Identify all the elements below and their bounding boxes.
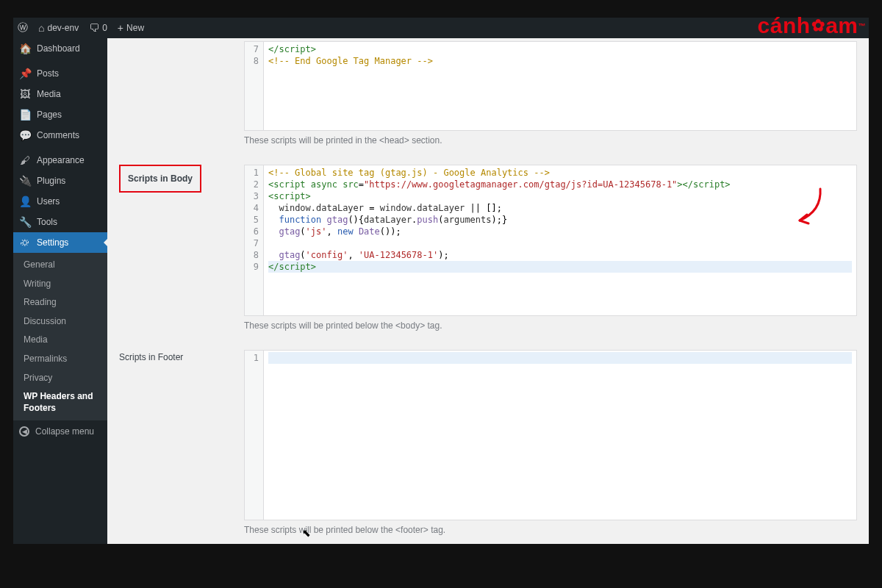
media-icon: 🖼: [19, 88, 31, 100]
submenu-general[interactable]: General: [13, 256, 107, 275]
submenu-reading[interactable]: Reading: [13, 293, 107, 312]
page-icon: 📄: [19, 109, 31, 121]
scripts-in-footer-label: Scripts in Footer: [119, 349, 183, 362]
sidebar-item-appearance[interactable]: 🖌 Appearance: [13, 150, 107, 171]
admin-bar: ⓦ ⌂ dev-env 🗨 0 + New: [13, 18, 869, 38]
home-icon: ⌂: [38, 22, 44, 34]
brand-logo: cánh✿am™: [758, 13, 866, 38]
body-code-editor[interactable]: 123456789 <!-- Global site tag (gtag.js)…: [244, 165, 857, 316]
new-label: New: [126, 23, 144, 33]
sidebar-item-pages[interactable]: 📄 Pages: [13, 104, 107, 125]
flower-icon: ✿: [811, 16, 825, 35]
sidebar-item-dashboard[interactable]: 🏠 Dashboard: [13, 38, 107, 59]
pin-icon: 📌: [19, 68, 31, 79]
submenu-privacy[interactable]: Privacy: [13, 369, 107, 388]
body-help-text: These scripts will be printed below the …: [244, 316, 857, 341]
sidebar-item-comments[interactable]: 💬 Comments: [13, 125, 107, 146]
footer-code-editor[interactable]: 1: [244, 350, 857, 520]
head-help-text: These scripts will be printed in the <he…: [244, 131, 857, 156]
settings-submenu: General Writing Reading Discussion Media…: [13, 253, 107, 420]
brush-icon: 🖌: [19, 154, 31, 166]
main-content: 78 </script><!-- End Google Tag Manager …: [107, 38, 869, 544]
collapse-icon: ◀: [19, 426, 29, 437]
comments-count: 0: [102, 23, 107, 33]
user-icon: 👤: [19, 196, 31, 207]
sidebar-item-tools[interactable]: 🔧 Tools: [13, 212, 107, 232]
wrench-icon: 🔧: [19, 216, 31, 228]
collapse-menu[interactable]: ◀ Collapse menu: [13, 420, 107, 442]
scripts-in-body-label: Scripts in Body: [119, 165, 201, 193]
sidebar-item-settings[interactable]: ⛮ Settings: [13, 232, 107, 253]
cursor-icon: ⬉: [302, 527, 311, 539]
submenu-discussion[interactable]: Discussion: [13, 312, 107, 331]
site-name: dev-env: [47, 23, 79, 33]
site-link[interactable]: ⌂ dev-env: [38, 22, 79, 34]
wp-logo[interactable]: ⓦ: [18, 21, 28, 35]
comment-icon: 💬: [19, 129, 31, 141]
submenu-wp-headers-footers[interactable]: WP Headers and Footers: [13, 387, 107, 417]
wordpress-icon: ⓦ: [18, 21, 28, 35]
code-lines[interactable]: <!-- Global site tag (gtag.js) - Google …: [264, 165, 856, 315]
sidebar-item-posts[interactable]: 📌 Posts: [13, 63, 107, 84]
plug-icon: 🔌: [19, 175, 31, 187]
admin-sidebar: 🏠 Dashboard 📌 Posts 🖼 Media 📄 Pages: [13, 38, 107, 544]
plus-icon: +: [118, 22, 123, 34]
comments-link[interactable]: 🗨 0: [89, 22, 107, 34]
sidebar-item-media[interactable]: 🖼 Media: [13, 84, 107, 104]
submenu-permalinks[interactable]: Permalinks: [13, 350, 107, 369]
settings-icon: ⛮: [19, 237, 31, 248]
comment-icon: 🗨: [89, 22, 99, 34]
code-lines[interactable]: </script><!-- End Google Tag Manager -->: [264, 42, 856, 130]
sidebar-item-users[interactable]: 👤 Users: [13, 191, 107, 212]
sidebar-item-plugins[interactable]: 🔌 Plugins: [13, 171, 107, 191]
new-link[interactable]: + New: [118, 22, 144, 34]
head-code-editor[interactable]: 78 </script><!-- End Google Tag Manager …: [244, 41, 857, 131]
submenu-media[interactable]: Media: [13, 331, 107, 350]
submenu-writing[interactable]: Writing: [13, 275, 107, 294]
footer-help-text: These scripts will be printed below the …: [244, 520, 857, 544]
code-lines[interactable]: [264, 351, 856, 520]
line-gutter: 78: [245, 42, 264, 130]
line-gutter: 123456789: [245, 165, 264, 315]
line-gutter: 1: [245, 351, 264, 520]
dashboard-icon: 🏠: [19, 43, 31, 54]
